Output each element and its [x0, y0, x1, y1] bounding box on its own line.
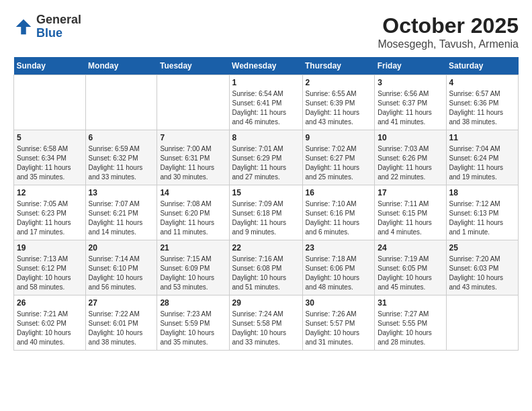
day-info: Sunrise: 7:10 AM Sunset: 6:16 PM Dayligh…: [306, 199, 372, 237]
day-number: 12: [17, 188, 83, 197]
day-number: 20: [89, 243, 154, 253]
calendar-header-row: SundayMondayTuesdayWednesdayThursdayFrid…: [14, 57, 519, 75]
day-info: Sunrise: 7:18 AM Sunset: 6:06 PM Dayligh…: [306, 255, 372, 292]
day-number: 27: [89, 298, 154, 308]
day-number: 11: [449, 133, 516, 142]
calendar-week-1: 1Sunrise: 6:54 AM Sunset: 6:41 PM Daylig…: [14, 75, 519, 130]
day-info: Sunrise: 7:04 AM Sunset: 6:24 PM Dayligh…: [449, 144, 516, 182]
calendar-cell: 12Sunrise: 7:05 AM Sunset: 6:23 PM Dayli…: [14, 185, 86, 240]
calendar-cell: 14Sunrise: 7:08 AM Sunset: 6:20 PM Dayli…: [157, 185, 229, 240]
day-number: 8: [232, 133, 300, 142]
day-info: Sunrise: 7:23 AM Sunset: 5:59 PM Dayligh…: [160, 310, 226, 347]
page-header: General Blue October 2025 Mosesgegh, Tav…: [13, 13, 519, 50]
day-number: 17: [378, 188, 443, 197]
day-info: Sunrise: 6:58 AM Sunset: 6:34 PM Dayligh…: [17, 144, 83, 182]
calendar-cell: 26Sunrise: 7:21 AM Sunset: 6:02 PM Dayli…: [14, 295, 86, 351]
calendar-cell: [85, 75, 157, 130]
day-number: 3: [378, 78, 443, 87]
calendar-cell: 13Sunrise: 7:07 AM Sunset: 6:21 PM Dayli…: [85, 185, 157, 240]
calendar-cell: 11Sunrise: 7:04 AM Sunset: 6:24 PM Dayli…: [446, 130, 519, 185]
day-info: Sunrise: 7:01 AM Sunset: 6:29 PM Dayligh…: [232, 144, 300, 182]
calendar-cell: 16Sunrise: 7:10 AM Sunset: 6:16 PM Dayli…: [302, 185, 375, 240]
day-info: Sunrise: 7:22 AM Sunset: 6:01 PM Dayligh…: [89, 310, 154, 347]
calendar-cell: 5Sunrise: 6:58 AM Sunset: 6:34 PM Daylig…: [14, 130, 86, 185]
day-number: 25: [449, 243, 516, 253]
day-info: Sunrise: 7:03 AM Sunset: 6:26 PM Dayligh…: [378, 144, 443, 182]
calendar-week-2: 5Sunrise: 6:58 AM Sunset: 6:34 PM Daylig…: [14, 130, 519, 185]
calendar-cell: 31Sunrise: 7:27 AM Sunset: 5:55 PM Dayli…: [375, 295, 446, 351]
calendar-header-thursday: Thursday: [302, 57, 375, 75]
calendar-body: 1Sunrise: 6:54 AM Sunset: 6:41 PM Daylig…: [14, 75, 519, 351]
day-number: 6: [89, 133, 154, 142]
logo-icon: [13, 17, 34, 37]
logo-general: General: [36, 13, 81, 27]
day-number: 9: [306, 133, 372, 142]
day-info: Sunrise: 7:02 AM Sunset: 6:27 PM Dayligh…: [306, 144, 372, 182]
day-info: Sunrise: 7:20 AM Sunset: 6:03 PM Dayligh…: [449, 255, 516, 292]
day-info: Sunrise: 6:59 AM Sunset: 6:32 PM Dayligh…: [89, 144, 154, 182]
day-info: Sunrise: 7:05 AM Sunset: 6:23 PM Dayligh…: [17, 199, 83, 237]
day-info: Sunrise: 6:54 AM Sunset: 6:41 PM Dayligh…: [232, 89, 300, 127]
calendar-cell: 2Sunrise: 6:55 AM Sunset: 6:39 PM Daylig…: [302, 75, 375, 130]
day-info: Sunrise: 7:00 AM Sunset: 6:31 PM Dayligh…: [160, 144, 226, 182]
svg-marker-0: [16, 19, 32, 35]
day-info: Sunrise: 7:07 AM Sunset: 6:21 PM Dayligh…: [89, 199, 154, 237]
location-subtitle: Mosesgegh, Tavush, Armenia: [378, 38, 519, 50]
calendar-cell: 6Sunrise: 6:59 AM Sunset: 6:32 PM Daylig…: [85, 130, 157, 185]
day-number: 28: [160, 298, 226, 308]
day-info: Sunrise: 7:12 AM Sunset: 6:13 PM Dayligh…: [449, 199, 516, 237]
calendar-cell: 27Sunrise: 7:22 AM Sunset: 6:01 PM Dayli…: [85, 295, 157, 351]
calendar-header-tuesday: Tuesday: [157, 57, 229, 75]
day-number: 31: [378, 298, 443, 308]
day-number: 16: [306, 188, 372, 197]
day-number: 23: [306, 243, 372, 253]
day-number: 18: [449, 188, 516, 197]
calendar-cell: [14, 75, 86, 130]
day-number: 13: [89, 188, 154, 197]
day-number: 2: [306, 78, 372, 87]
day-number: 1: [232, 78, 300, 87]
day-info: Sunrise: 7:09 AM Sunset: 6:18 PM Dayligh…: [232, 199, 300, 237]
month-title: October 2025: [378, 13, 519, 38]
calendar-cell: 25Sunrise: 7:20 AM Sunset: 6:03 PM Dayli…: [446, 240, 519, 295]
calendar-cell: 23Sunrise: 7:18 AM Sunset: 6:06 PM Dayli…: [302, 240, 375, 295]
day-info: Sunrise: 7:08 AM Sunset: 6:20 PM Dayligh…: [160, 199, 226, 237]
calendar-cell: 21Sunrise: 7:15 AM Sunset: 6:09 PM Dayli…: [157, 240, 229, 295]
day-number: 14: [160, 188, 226, 197]
day-info: Sunrise: 7:24 AM Sunset: 5:58 PM Dayligh…: [232, 310, 300, 347]
logo: General Blue: [13, 13, 81, 40]
day-info: Sunrise: 6:57 AM Sunset: 6:36 PM Dayligh…: [449, 89, 516, 127]
calendar-header-friday: Friday: [375, 57, 446, 75]
calendar-header-sunday: Sunday: [14, 57, 86, 75]
day-info: Sunrise: 7:13 AM Sunset: 6:12 PM Dayligh…: [17, 255, 83, 292]
day-info: Sunrise: 7:14 AM Sunset: 6:10 PM Dayligh…: [89, 255, 154, 292]
calendar-cell: [446, 295, 519, 351]
day-number: 19: [17, 243, 83, 253]
day-number: 10: [378, 133, 443, 142]
calendar-cell: [157, 75, 229, 130]
day-info: Sunrise: 7:16 AM Sunset: 6:08 PM Dayligh…: [232, 255, 300, 292]
calendar-table: SundayMondayTuesdayWednesdayThursdayFrid…: [13, 57, 519, 351]
day-info: Sunrise: 7:11 AM Sunset: 6:15 PM Dayligh…: [378, 199, 443, 237]
calendar-cell: 7Sunrise: 7:00 AM Sunset: 6:31 PM Daylig…: [157, 130, 229, 185]
calendar-week-3: 12Sunrise: 7:05 AM Sunset: 6:23 PM Dayli…: [14, 185, 519, 240]
calendar-header-wednesday: Wednesday: [229, 57, 302, 75]
day-number: 30: [306, 298, 372, 308]
calendar-cell: 15Sunrise: 7:09 AM Sunset: 6:18 PM Dayli…: [229, 185, 302, 240]
calendar-cell: 29Sunrise: 7:24 AM Sunset: 5:58 PM Dayli…: [229, 295, 302, 351]
day-number: 22: [232, 243, 300, 253]
day-number: 29: [232, 298, 300, 308]
day-number: 5: [17, 133, 83, 142]
calendar-cell: 19Sunrise: 7:13 AM Sunset: 6:12 PM Dayli…: [14, 240, 86, 295]
day-info: Sunrise: 7:21 AM Sunset: 6:02 PM Dayligh…: [17, 310, 83, 347]
day-info: Sunrise: 6:55 AM Sunset: 6:39 PM Dayligh…: [306, 89, 372, 127]
day-info: Sunrise: 7:15 AM Sunset: 6:09 PM Dayligh…: [160, 255, 226, 292]
calendar-cell: 8Sunrise: 7:01 AM Sunset: 6:29 PM Daylig…: [229, 130, 302, 185]
day-number: 26: [17, 298, 83, 308]
calendar-cell: 28Sunrise: 7:23 AM Sunset: 5:59 PM Dayli…: [157, 295, 229, 351]
calendar-cell: 18Sunrise: 7:12 AM Sunset: 6:13 PM Dayli…: [446, 185, 519, 240]
calendar-cell: 4Sunrise: 6:57 AM Sunset: 6:36 PM Daylig…: [446, 75, 519, 130]
day-info: Sunrise: 6:56 AM Sunset: 6:37 PM Dayligh…: [378, 89, 443, 127]
calendar-week-4: 19Sunrise: 7:13 AM Sunset: 6:12 PM Dayli…: [14, 240, 519, 295]
day-info: Sunrise: 7:26 AM Sunset: 5:57 PM Dayligh…: [306, 310, 372, 347]
